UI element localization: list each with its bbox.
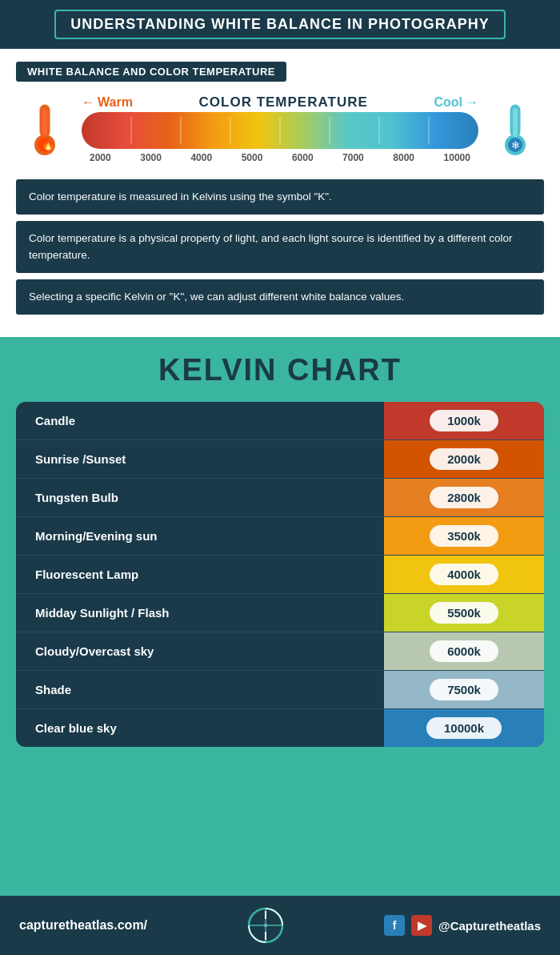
footer-social: f ▶ @Capturetheatlas xyxy=(384,915,541,936)
section-label: WHITE BALANCE AND COLOR TEMPERATURE xyxy=(16,62,286,82)
color-temp-title-label: COLOR TEMPERATURE xyxy=(199,94,368,110)
arrow-left-icon: ← xyxy=(82,95,94,110)
tick-5000: 5000 xyxy=(242,152,263,163)
kelvin-value-wrapper: 1000k xyxy=(384,402,544,439)
kelvin-source-label: Fluorescent Lamp xyxy=(16,556,384,592)
kelvin-value-pill: 4000k xyxy=(430,564,498,585)
kelvin-value-pill: 5500k xyxy=(430,602,498,624)
tick-3000: 3000 xyxy=(140,152,162,163)
kelvin-source-label: Cloudy/Overcast sky xyxy=(16,633,384,669)
kelvin-value-pill: 2800k xyxy=(430,487,498,508)
table-row: Cloudy/Overcast sky 6000k xyxy=(16,632,544,671)
warm-label: ← Warm xyxy=(82,95,133,110)
kelvin-source-label: Shade xyxy=(16,672,384,708)
kelvin-value-pill: 6000k xyxy=(430,640,498,662)
kelvin-value-pill: 10000k xyxy=(426,717,502,739)
kelvin-chart-title: KELVIN CHART xyxy=(16,353,544,387)
kelvin-source-label: Tungsten Bulb xyxy=(16,480,384,516)
kelvin-value-pill: 1000k xyxy=(430,410,498,431)
gradient-bar-ticks: 2000 3000 4000 5000 6000 7000 8000 10000 xyxy=(82,149,478,163)
header-title-border: UNDERSTANDING WHITE BALANCE IN PHOTOGRAP… xyxy=(54,10,505,39)
info-boxes: Color temperature is measured in Kelvins… xyxy=(0,179,560,337)
table-row: Morning/Evening sun 3500k xyxy=(16,517,544,556)
kelvin-value-pill: 7500k xyxy=(430,679,498,700)
kelvin-value-wrapper: 4000k xyxy=(384,556,544,593)
table-row: Clear blue sky 10000k xyxy=(16,709,544,747)
kelvin-value-wrapper: 10000k xyxy=(384,709,544,747)
table-row: Tungsten Bulb 2800k xyxy=(16,479,544,517)
color-temperature-section: WHITE BALANCE AND COLOR TEMPERATURE 🔥 ← … xyxy=(0,49,560,179)
arrow-right-icon: → xyxy=(466,95,478,110)
footer: capturetheatlas.com/ f ▶ @Capturetheatla… xyxy=(0,896,560,955)
warm-thermometer-icon: 🔥 xyxy=(24,101,66,157)
info-box-2: Color temperature is a physical property… xyxy=(16,221,544,273)
cool-label: Cool → xyxy=(434,95,478,110)
footer-site: capturetheatlas.com/ xyxy=(19,918,147,933)
kelvin-source-label: Morning/Evening sun xyxy=(16,518,384,554)
tick-10000: 10000 xyxy=(444,152,470,163)
kelvin-source-label: Sunrise /Sunset xyxy=(16,441,384,477)
table-row: Shade 7500k xyxy=(16,671,544,709)
kelvin-value-wrapper: 7500k xyxy=(384,671,544,708)
header: UNDERSTANDING WHITE BALANCE IN PHOTOGRAP… xyxy=(0,0,560,49)
table-row: Fluorescent Lamp 4000k xyxy=(16,556,544,594)
kelvin-source-label: Candle xyxy=(16,403,384,439)
info-box-3: Selecting a specific Kelvin or "K", we c… xyxy=(16,279,544,315)
tick-6000: 6000 xyxy=(292,152,314,163)
table-row: Candle 1000k xyxy=(16,402,544,440)
kelvin-section: KELVIN CHART Candle 1000k Sunrise /Sunse… xyxy=(0,337,560,896)
tick-8000: 8000 xyxy=(393,152,414,163)
gradient-bar-wrapper: 2000 3000 4000 5000 6000 7000 8000 10000 xyxy=(82,112,478,163)
header-title: UNDERSTANDING WHITE BALANCE IN PHOTOGRAP… xyxy=(70,16,489,33)
kelvin-table: Candle 1000k Sunrise /Sunset 2000k Tungs… xyxy=(16,402,544,747)
kelvin-value-wrapper: 5500k xyxy=(384,594,544,632)
kelvin-value-pill: 2000k xyxy=(430,448,498,470)
tick-4000: 4000 xyxy=(190,152,212,163)
svg-text:❄: ❄ xyxy=(511,139,520,151)
color-temp-main: ← Warm COLOR TEMPERATURE Cool → xyxy=(74,94,486,163)
tick-7000: 7000 xyxy=(342,152,364,163)
arrow-row: ← Warm COLOR TEMPERATURE Cool → xyxy=(74,94,486,110)
cool-thermometer-icon: ❄ xyxy=(494,101,536,157)
svg-rect-16 xyxy=(513,108,518,137)
kelvin-value-wrapper: 2800k xyxy=(384,479,544,516)
svg-text:🔥: 🔥 xyxy=(42,138,55,151)
kelvin-value-wrapper: 3500k xyxy=(384,517,544,555)
kelvin-value-wrapper: 2000k xyxy=(384,440,544,478)
svg-rect-4 xyxy=(42,110,47,135)
kelvin-value-pill: 3500k xyxy=(430,525,498,547)
info-box-1: Color temperature is measured in Kelvins… xyxy=(16,179,544,215)
table-row: Sunrise /Sunset 2000k xyxy=(16,440,544,479)
youtube-icon: ▶ xyxy=(411,915,432,936)
social-handle: @Capturetheatlas xyxy=(438,919,541,933)
tick-2000: 2000 xyxy=(90,152,111,163)
table-row: Midday Sunlight / Flash 5500k xyxy=(16,594,544,632)
kelvin-value-wrapper: 6000k xyxy=(384,632,544,670)
facebook-icon: f xyxy=(384,915,405,936)
gradient-bar xyxy=(82,112,478,149)
color-temp-container: 🔥 ← Warm COLOR TEMPERATURE Cool → xyxy=(16,94,544,163)
kelvin-source-label: Clear blue sky xyxy=(16,710,384,746)
footer-logo xyxy=(247,907,284,944)
kelvin-source-label: Midday Sunlight / Flash xyxy=(16,595,384,631)
